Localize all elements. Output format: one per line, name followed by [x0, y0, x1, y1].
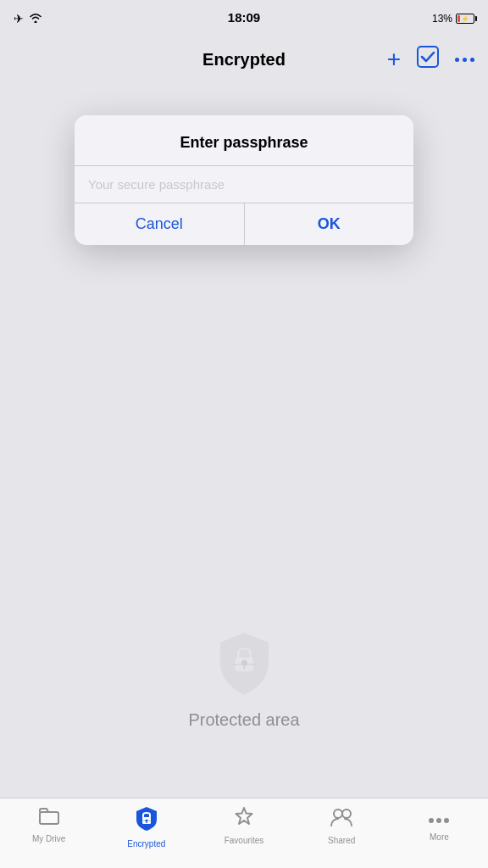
favourites-icon [233, 805, 255, 832]
page-title: Encrypted [202, 50, 286, 70]
status-bar: ✈ 18:09 13% ⚡ [0, 0, 488, 37]
status-icons-left: ✈ [14, 12, 42, 25]
check-edit-button[interactable] [416, 45, 440, 75]
status-time: 18:09 [228, 10, 260, 25]
svg-point-11 [342, 810, 351, 818]
tab-label-my-drive: My Drive [32, 834, 65, 843]
battery-fill [458, 15, 460, 22]
my-drive-icon [38, 805, 60, 831]
dialog-title: Enter passphrase [75, 115, 413, 165]
ok-button[interactable]: OK [245, 203, 414, 245]
svg-rect-0 [418, 47, 438, 67]
passphrase-dialog: Enter passphrase Cancel OK [75, 115, 413, 245]
dialog-overlay: Enter passphrase Cancel OK [0, 81, 488, 798]
shared-icon [330, 805, 353, 832]
tab-label-shared: Shared [328, 836, 355, 845]
tab-item-favourites[interactable]: Favourites [195, 805, 292, 845]
add-button[interactable]: + [387, 46, 401, 73]
status-right: 13% ⚡ [432, 13, 474, 25]
svg-point-14 [444, 818, 449, 823]
passphrase-input[interactable] [88, 166, 400, 203]
airplane-icon: ✈ [14, 12, 24, 25]
tab-item-my-drive[interactable]: My Drive [0, 805, 97, 843]
tab-item-shared[interactable]: Shared [293, 805, 391, 845]
battery-percent: 13% [432, 13, 452, 25]
more-options-button[interactable] [455, 58, 474, 62]
tab-item-more[interactable]: More [391, 805, 488, 842]
svg-rect-5 [40, 812, 58, 824]
nav-actions: + [387, 45, 474, 75]
nav-bar: Encrypted + [0, 37, 488, 81]
dialog-input-wrap [75, 165, 413, 203]
tab-label-encrypted: Encrypted [127, 839, 165, 849]
wifi-icon [29, 12, 42, 25]
svg-point-10 [334, 810, 342, 818]
encrypted-icon [135, 805, 158, 836]
svg-point-13 [436, 818, 441, 823]
more-icon [428, 805, 450, 829]
tab-label-favourites: Favourites [225, 836, 264, 845]
main-content: Enter passphrase Cancel OK Protected are… [0, 81, 488, 798]
svg-point-12 [429, 818, 434, 823]
cancel-button[interactable]: Cancel [75, 203, 245, 245]
tab-label-more: More [430, 832, 449, 842]
dialog-buttons: Cancel OK [75, 203, 413, 245]
battery-icon: ⚡ [456, 14, 474, 24]
tab-bar: My Drive Encrypted Favourites [0, 798, 488, 868]
tab-item-encrypted[interactable]: Encrypted [97, 805, 195, 849]
